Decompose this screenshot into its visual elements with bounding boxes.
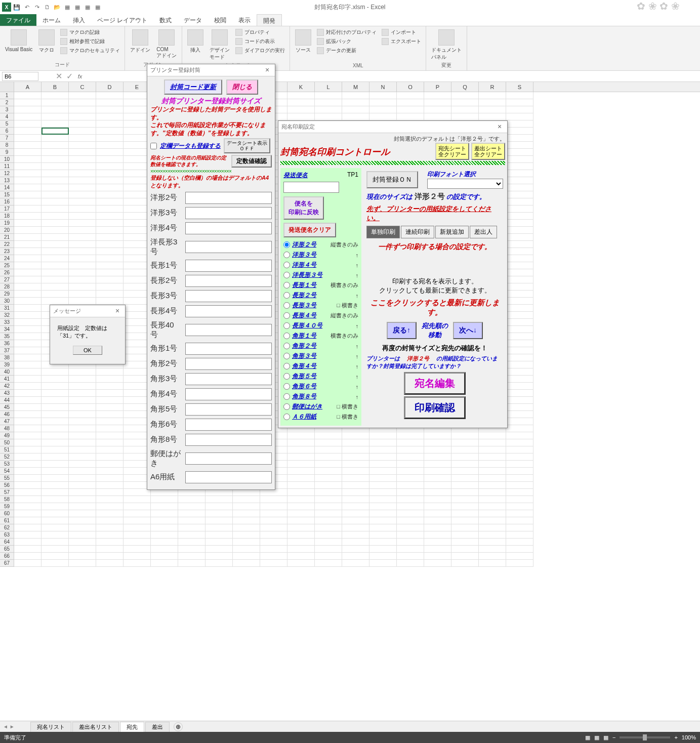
cell[interactable]: [451, 482, 479, 489]
column-header[interactable]: R: [479, 82, 506, 92]
row-header[interactable]: 32: [0, 312, 14, 319]
cell[interactable]: [260, 546, 287, 553]
row-header[interactable]: 42: [0, 383, 14, 390]
cell[interactable]: [42, 255, 69, 262]
cell[interactable]: [96, 560, 123, 567]
cell[interactable]: [14, 291, 42, 298]
cell[interactable]: [123, 503, 151, 510]
cell[interactable]: [479, 432, 506, 439]
cell[interactable]: [69, 368, 96, 376]
tab-formula[interactable]: 数式: [153, 14, 178, 26]
cell[interactable]: [14, 149, 42, 156]
edit-button[interactable]: 宛名編集: [404, 372, 466, 395]
cell[interactable]: [14, 546, 42, 553]
cell[interactable]: [14, 191, 42, 198]
clear-ate-button[interactable]: 宛先シート 全クリアー: [435, 143, 469, 160]
cell[interactable]: [369, 475, 397, 482]
cell[interactable]: [69, 461, 96, 468]
cell[interactable]: [506, 269, 533, 276]
cell[interactable]: [151, 503, 178, 510]
cell[interactable]: [96, 170, 123, 177]
row-header[interactable]: 61: [0, 517, 14, 524]
cell[interactable]: [69, 135, 96, 142]
cell[interactable]: [178, 510, 205, 517]
cell[interactable]: [96, 397, 123, 404]
close-button[interactable]: 閉じる: [226, 79, 258, 95]
size-input[interactable]: [185, 275, 272, 287]
cell[interactable]: [69, 120, 96, 128]
cell[interactable]: [151, 496, 178, 503]
cell[interactable]: [42, 432, 69, 439]
cell[interactable]: [96, 234, 123, 241]
cell[interactable]: [96, 446, 123, 453]
cell[interactable]: [451, 113, 479, 120]
cell[interactable]: [123, 496, 151, 503]
cell[interactable]: [14, 255, 42, 262]
row-header[interactable]: 23: [0, 248, 14, 255]
row-header[interactable]: 44: [0, 397, 14, 404]
cell[interactable]: [42, 241, 69, 248]
cell[interactable]: [424, 539, 451, 546]
confirm-const-button[interactable]: 定数値確認: [231, 155, 272, 168]
cell[interactable]: [315, 446, 342, 453]
cell[interactable]: [260, 524, 287, 531]
cell[interactable]: [69, 539, 96, 546]
cell[interactable]: [424, 510, 451, 517]
cell[interactable]: [96, 482, 123, 489]
row-header[interactable]: 36: [0, 340, 14, 347]
cell[interactable]: [315, 106, 342, 113]
dialog-titlebar[interactable]: メッセージ ×: [50, 305, 125, 317]
cell[interactable]: [506, 312, 533, 319]
cell[interactable]: [151, 531, 178, 539]
tab-single[interactable]: 単独印刷: [366, 226, 400, 238]
cell[interactable]: [69, 432, 96, 439]
cell[interactable]: [506, 432, 533, 439]
cell[interactable]: [506, 99, 533, 106]
cell[interactable]: [69, 383, 96, 390]
cell[interactable]: [42, 269, 69, 276]
cell[interactable]: [69, 113, 96, 120]
size-input[interactable]: [185, 358, 272, 370]
cell[interactable]: [369, 539, 397, 546]
row-header[interactable]: 9: [0, 149, 14, 156]
zoom-level[interactable]: 100%: [682, 734, 696, 740]
cell[interactable]: [69, 269, 96, 276]
cell[interactable]: [451, 553, 479, 560]
cell[interactable]: [69, 510, 96, 517]
tab-home[interactable]: ホーム: [36, 14, 67, 26]
cell[interactable]: [506, 298, 533, 305]
zoom-out-icon[interactable]: −: [612, 734, 615, 740]
cell[interactable]: [14, 531, 42, 539]
envelope-radio[interactable]: [283, 403, 290, 410]
cell[interactable]: [14, 482, 42, 489]
cell[interactable]: [42, 184, 69, 191]
cell[interactable]: [178, 496, 205, 503]
cell[interactable]: [424, 99, 451, 106]
addin-button[interactable]: アドイン: [129, 28, 151, 61]
cell[interactable]: [233, 517, 260, 524]
cell[interactable]: [479, 92, 506, 99]
sheet-tab[interactable]: 宛名リスト: [30, 722, 71, 732]
close-icon[interactable]: ×: [495, 122, 504, 132]
cell[interactable]: [260, 503, 287, 510]
cell[interactable]: [14, 92, 42, 99]
cell[interactable]: [14, 560, 42, 567]
cell[interactable]: [96, 404, 123, 411]
cell[interactable]: [424, 468, 451, 475]
cell[interactable]: [42, 283, 69, 291]
cell[interactable]: [506, 276, 533, 283]
cell[interactable]: [451, 446, 479, 453]
cell[interactable]: [451, 524, 479, 531]
design-mode-button[interactable]: デザイン モード: [209, 28, 231, 62]
cell[interactable]: [369, 546, 397, 553]
cell[interactable]: [96, 411, 123, 418]
cell[interactable]: [342, 113, 369, 120]
cell[interactable]: [506, 496, 533, 503]
cell[interactable]: [96, 496, 123, 503]
cell[interactable]: [506, 531, 533, 539]
cell[interactable]: [342, 432, 369, 439]
cell[interactable]: [14, 340, 42, 347]
cell[interactable]: [14, 553, 42, 560]
cell[interactable]: [369, 489, 397, 496]
row-header[interactable]: 30: [0, 298, 14, 305]
